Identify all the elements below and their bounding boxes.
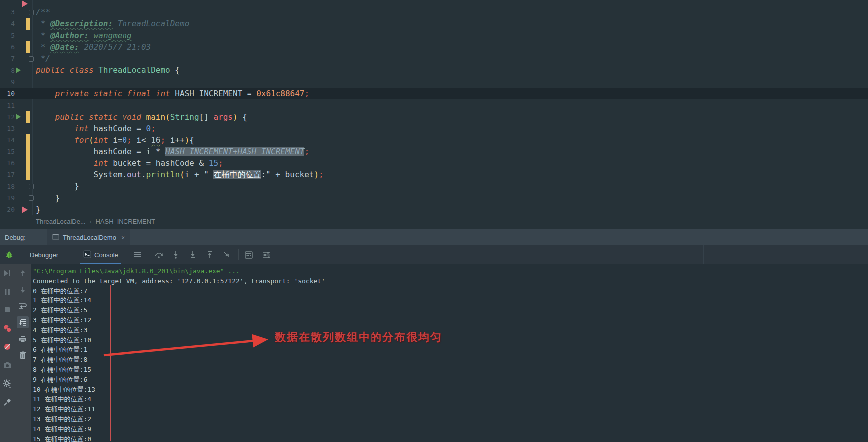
settings-gear-icon[interactable]: [1, 378, 13, 390]
view-breakpoints-icon[interactable]: [1, 322, 13, 334]
code-editor[interactable]: 3/**4 * @Description: ThreadLocalDemo5 *…: [0, 0, 868, 215]
code-segment: ThreadLocalDemo: [98, 65, 175, 75]
indent-guide: [38, 76, 38, 204]
resume-icon[interactable]: [1, 267, 13, 279]
code-line[interactable]: 5 * @Author: wangmeng: [0, 30, 868, 41]
code-segment: out: [127, 170, 141, 179]
code-segment: HASH_INCREMENT =: [175, 89, 256, 98]
fold-marker-icon[interactable]: [29, 10, 34, 15]
debug-toolbar: Debugger Console: [0, 245, 868, 265]
code-text: private static final int HASH_INCREMENT …: [36, 88, 309, 99]
code-line[interactable]: 4 * @Description: ThreadLocalDemo: [0, 18, 868, 29]
code-segment: ;: [319, 170, 324, 179]
code-segment: *: [36, 42, 50, 52]
code-line[interactable]: 10 private static final int HASH_INCREME…: [0, 88, 868, 99]
up-arrow-icon[interactable]: [17, 267, 29, 279]
code-line[interactable]: 15 hashCode = i * HASH_INCREMENT+HASH_IN…: [0, 146, 868, 157]
tab-debugger[interactable]: Debugger: [25, 245, 63, 264]
run-to-cursor-icon[interactable]: [220, 248, 233, 261]
pane-splitter[interactable]: [376, 245, 376, 264]
code-line[interactable]: 3/**: [0, 6, 868, 18]
code-segment: ;: [160, 135, 165, 145]
console-line: 6 在桶中的位置:1: [33, 345, 325, 355]
line-number: 4: [0, 20, 15, 27]
code-segment: *: [36, 31, 50, 40]
code-segment: i +: [185, 170, 204, 179]
step-into-icon[interactable]: [169, 248, 182, 261]
down-arrow-icon[interactable]: [17, 284, 29, 295]
code-text: * @Date: 2020/5/7 21:03: [36, 41, 151, 53]
gutter-marks: [15, 123, 36, 134]
screenshot-icon[interactable]: [1, 359, 13, 371]
run-arrow-icon[interactable]: [16, 67, 21, 73]
debug-window-label: Debug:: [5, 234, 26, 241]
line-number: 12: [0, 113, 15, 121]
code-line[interactable]: 7 */: [0, 53, 868, 64]
scroll-to-end-icon[interactable]: [17, 316, 29, 328]
code-line[interactable]: 14 for(int i=0; i< 16; i++){: [0, 134, 868, 146]
pane-splitter[interactable]: [577, 245, 577, 264]
code-segment: [36, 124, 74, 133]
fold-marker-icon[interactable]: [29, 184, 34, 189]
soft-wrap-icon[interactable]: [17, 300, 29, 312]
line-number: 11: [0, 102, 15, 109]
layout-menu-icon[interactable]: [131, 248, 144, 261]
code-line[interactable]: 6 * @Date: 2020/5/7 21:03: [0, 41, 868, 53]
code-line[interactable]: 11: [0, 99, 868, 111]
pane-splitter[interactable]: [703, 245, 704, 264]
code-line[interactable]: 8public class ThreadLocalDemo {: [0, 64, 868, 76]
code-segment: ;: [304, 89, 309, 98]
console-panel[interactable]: "C:\Program Files\Java\jdk1.8.0_201\bin\…: [0, 264, 868, 442]
code-segment: 16: [151, 135, 160, 145]
print-icon[interactable]: [17, 333, 29, 345]
code-line[interactable]: 17 System.out.println(i + " 在桶中的位置:" + b…: [0, 169, 868, 180]
code-segment: 15: [209, 158, 218, 168]
console-line: 0 在桶中的位置:7: [33, 286, 325, 296]
line-number: 15: [0, 148, 15, 155]
settings-sliders-icon[interactable]: [260, 248, 273, 261]
step-out-icon[interactable]: [203, 248, 216, 261]
tab-console[interactable]: Console: [78, 245, 123, 264]
console-line: Connected to the target VM, address: '12…: [33, 276, 325, 286]
code-segment: int: [94, 135, 113, 145]
code-segment: /**: [36, 7, 50, 17]
run-arrow-icon[interactable]: [16, 114, 21, 120]
indent-guide: [57, 122, 57, 192]
code-segment: HASH_INCREMENT+HASH_INCREMENT: [165, 147, 304, 156]
code-line[interactable]: 16 int bucket = hashCode & 15;: [0, 157, 868, 169]
line-number: 6: [0, 43, 15, 51]
editor-lines: 3/**4 * @Description: ThreadLocalDemo5 *…: [0, 6, 868, 215]
debug-process-icon: [3, 248, 16, 261]
stop-icon[interactable]: [1, 304, 13, 316]
console-line: 13 在桶中的位置:2: [33, 414, 325, 424]
breadcrumb-class[interactable]: ThreadLocalDe...: [36, 218, 86, 225]
pin-icon[interactable]: [1, 396, 13, 408]
code-line[interactable]: 18 }: [0, 180, 868, 192]
code-text: for(int i=0; i< 16; i++){: [36, 134, 194, 146]
evaluate-expression-icon[interactable]: [243, 248, 255, 261]
code-line[interactable]: 20}: [0, 204, 868, 215]
force-step-into-icon[interactable]: [186, 248, 199, 261]
close-icon[interactable]: ×: [121, 234, 125, 242]
step-over-icon[interactable]: [152, 248, 165, 261]
tab-console-label: Console: [94, 251, 118, 259]
code-segment: int: [74, 124, 94, 133]
gutter-marks: [15, 180, 36, 192]
tab-debugger-label: Debugger: [30, 251, 58, 259]
code-segment: + bucket: [271, 170, 314, 179]
pause-icon[interactable]: [1, 286, 13, 297]
gutter-marks: [15, 64, 36, 76]
debug-session-tab[interactable]: ThreadLocalDemo ×: [47, 229, 130, 246]
gutter-marks: [15, 99, 36, 111]
clear-all-icon[interactable]: [17, 349, 29, 361]
mute-breakpoints-icon[interactable]: [1, 341, 13, 353]
bookmark-arrow-icon[interactable]: [22, 206, 28, 213]
breadcrumb-member[interactable]: HASH_INCREMENT: [95, 218, 155, 225]
fold-marker-icon[interactable]: [29, 56, 34, 62]
code-line[interactable]: 9: [0, 76, 868, 88]
fold-marker-icon[interactable]: [29, 195, 34, 201]
code-line[interactable]: 12 public static void main(String[] args…: [0, 111, 868, 123]
code-line[interactable]: 13 int hashCode = 0;: [0, 123, 868, 134]
code-segment: bucket = hashCode &: [113, 158, 209, 168]
code-line[interactable]: 19 }: [0, 192, 868, 204]
